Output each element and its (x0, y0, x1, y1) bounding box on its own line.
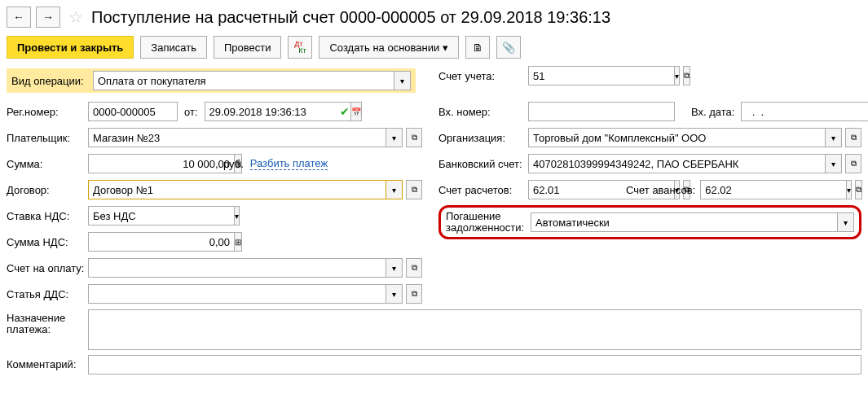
organization-input[interactable] (528, 128, 826, 147)
invoice-label: Счет на оплату: (7, 262, 88, 274)
open-icon[interactable]: ⧉ (845, 154, 861, 173)
account-label: Счет учета: (438, 70, 528, 82)
in-date-input[interactable] (741, 102, 868, 121)
advance-account-input[interactable] (700, 180, 847, 199)
attach-button[interactable]: 📎 (496, 36, 521, 59)
calendar-icon[interactable]: 📅 (351, 102, 362, 121)
dds-item-input[interactable] (88, 284, 386, 304)
dropdown-icon[interactable]: ▾ (838, 212, 854, 232)
sum-input[interactable] (88, 154, 235, 173)
debt-repayment-input[interactable] (531, 212, 838, 232)
report-button[interactable]: 🗎 (465, 36, 490, 59)
open-icon[interactable]: ⧉ (406, 180, 422, 199)
dropdown-icon[interactable]: ▾ (826, 154, 842, 173)
favorite-star-icon[interactable]: ☆ (68, 7, 83, 27)
post-and-close-button[interactable]: Провести и закрыть (7, 36, 134, 59)
currency-label: руб. (223, 158, 244, 170)
open-icon[interactable]: ⧉ (406, 284, 422, 304)
open-icon[interactable]: ⧉ (406, 258, 422, 278)
open-icon[interactable]: ⧉ (855, 180, 862, 199)
dropdown-icon[interactable]: ▾ (235, 206, 240, 226)
dtkt-icon: Дт Кт (294, 41, 306, 54)
reg-number-input[interactable] (88, 102, 178, 121)
dropdown-icon[interactable]: ▾ (386, 128, 403, 147)
forward-button[interactable]: → (36, 7, 60, 28)
open-icon[interactable]: ⧉ (683, 66, 690, 85)
create-based-button[interactable]: Создать на основании ▾ (319, 36, 459, 59)
page-title: Поступление на расчетный счет 0000-00000… (91, 8, 610, 27)
open-icon[interactable]: ⧉ (406, 128, 422, 147)
back-button[interactable]: ← (7, 7, 31, 28)
dds-item-label: Статья ДДС: (7, 288, 88, 300)
dropdown-icon[interactable]: ▾ (675, 66, 680, 85)
operation-type-input[interactable] (93, 71, 394, 90)
date-input[interactable] (205, 102, 351, 121)
purpose-label: Назначение платежа: (7, 309, 88, 335)
from-label: от: (184, 106, 198, 118)
bank-account-label: Банковский счет: (438, 158, 528, 170)
dropdown-icon[interactable]: ▾ (847, 180, 852, 199)
account-input[interactable] (528, 66, 675, 85)
contract-label: Договор: (7, 184, 88, 196)
comment-input[interactable] (88, 355, 861, 374)
payer-input[interactable] (88, 128, 386, 147)
bank-account-input[interactable] (528, 154, 826, 173)
vat-sum-input[interactable] (88, 232, 235, 252)
vat-rate-input[interactable] (88, 206, 235, 226)
sum-label: Сумма: (7, 158, 88, 170)
advance-account-label: Счет авансов: (626, 184, 695, 196)
debt-repayment-highlight: Погашение задолженности: ▾ (438, 205, 861, 239)
save-button[interactable]: Записать (140, 36, 207, 59)
in-number-label: Вх. номер: (438, 106, 528, 118)
settlement-account-label: Счет расчетов: (438, 184, 528, 196)
reg-number-label: Рег.номер: (7, 106, 88, 118)
debt-repayment-label: Погашение задолженности: (446, 211, 531, 234)
in-date-label: Вх. дата: (691, 106, 734, 118)
check-icon: ✔ (340, 105, 350, 118)
invoice-input[interactable] (88, 258, 386, 278)
in-number-input[interactable] (528, 102, 675, 121)
post-button[interactable]: Провести (214, 36, 282, 59)
vat-sum-label: Сумма НДС: (7, 236, 88, 248)
chevron-down-icon: ▾ (443, 42, 448, 54)
open-icon[interactable]: ⧉ (845, 128, 861, 147)
dropdown-icon[interactable]: ▾ (394, 71, 411, 90)
contract-input[interactable] (88, 180, 386, 199)
dropdown-icon[interactable]: ▾ (386, 180, 403, 199)
vat-rate-label: Ставка НДС: (7, 210, 88, 222)
operation-type-label: Вид операции: (11, 75, 93, 87)
dropdown-icon[interactable]: ▾ (386, 258, 403, 278)
calculator-icon[interactable]: ⊞ (235, 232, 242, 252)
split-payment-link[interactable]: Разбить платеж (250, 157, 328, 170)
organization-label: Организация: (438, 132, 528, 144)
dropdown-icon[interactable]: ▾ (826, 128, 842, 147)
document-icon: 🗎 (473, 42, 483, 54)
dtkt-button[interactable]: Дт Кт (288, 36, 312, 59)
comment-label: Комментарий: (7, 355, 88, 370)
dropdown-icon[interactable]: ▾ (386, 284, 403, 304)
paperclip-icon: 📎 (502, 42, 515, 54)
purpose-textarea[interactable] (88, 309, 861, 350)
payer-label: Плательщик: (7, 132, 88, 144)
